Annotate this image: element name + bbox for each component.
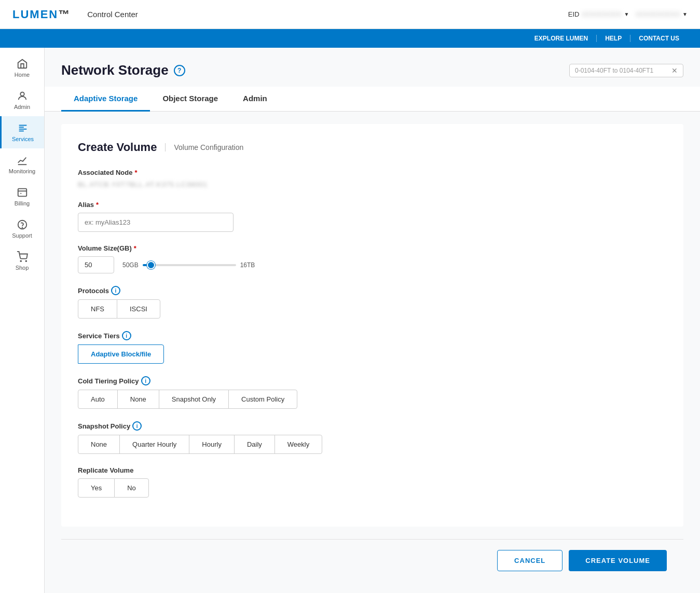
tab-admin[interactable]: Admin [230, 87, 280, 112]
alias-required-star: * [96, 201, 99, 209]
sidebar-item-support[interactable]: Support [0, 213, 44, 245]
eid-label: EID [568, 10, 580, 18]
snapshot-policy-label: Snapshot Policy i [78, 421, 667, 431]
volume-size-input[interactable] [78, 256, 114, 273]
service-tiers-field: Service Tiers i Adaptive Block/file [78, 331, 667, 364]
main-content: Network Storage ? ✕ Adaptive Storage Obj… [45, 48, 700, 593]
svg-point-9 [22, 227, 22, 228]
sidebar-label-home: Home [15, 72, 30, 78]
cold-tiering-custom-policy-button[interactable]: Custom Policy [228, 390, 297, 409]
sidebar-item-billing[interactable]: Billing [0, 181, 44, 213]
associated-node-field: Associated Node * BL.ATCB.Y0T7BLL.AT.K37… [78, 169, 667, 188]
cold-tiering-policy-label: Cold Tiering Policy i [78, 376, 667, 385]
cold-tiering-info-icon[interactable]: i [141, 376, 150, 385]
volume-size-required-star: * [134, 244, 136, 252]
alias-field: Alias * [78, 201, 667, 232]
snapshot-none-button[interactable]: None [78, 435, 120, 454]
snapshot-policy-options: None Quarter Hourly Hourly Daily Weekly [78, 435, 667, 454]
create-volume-button[interactable]: CREATE VOLUME [569, 550, 667, 571]
page-header: Network Storage ? ✕ [61, 62, 683, 78]
utility-bar: EXPLORE LUMEN HELP CONTACT US [0, 29, 700, 48]
slider-container: 50GB 16TB [122, 261, 255, 269]
service-tiers-info-icon[interactable]: i [122, 331, 131, 340]
protocols-options: NFS ISCSI [78, 299, 667, 319]
user-chevron-icon: ▼ [682, 11, 688, 17]
user-item[interactable]: XXXXXXXXXX ▼ [635, 10, 688, 18]
protocol-nfs-button[interactable]: NFS [78, 299, 117, 319]
volume-size-slider[interactable] [143, 264, 236, 266]
replicate-volume-label: Replicate Volume [78, 466, 667, 474]
sidebar-item-shop[interactable]: Shop [0, 245, 44, 277]
protocols-info-icon[interactable]: i [111, 286, 120, 295]
sidebar: Home Admin Services Mon [0, 48, 45, 593]
form-container: Create Volume Volume Configuration Assoc… [61, 124, 683, 527]
help-link[interactable]: HELP [597, 35, 630, 42]
search-box: ✕ [569, 64, 683, 77]
svg-rect-5 [18, 189, 26, 197]
tabs-container: Adaptive Storage Object Storage Admin [45, 87, 700, 112]
main-layout: Home Admin Services Mon [0, 48, 700, 593]
alias-input[interactable] [78, 213, 234, 232]
snapshot-quarter-hourly-button[interactable]: Quarter Hourly [119, 435, 189, 454]
snapshot-daily-button[interactable]: Daily [234, 435, 275, 454]
svg-point-11 [25, 260, 26, 261]
protocol-iscsi-button[interactable]: ISCSI [117, 299, 160, 319]
tab-adaptive-storage[interactable]: Adaptive Storage [61, 87, 150, 112]
explore-lumen-link[interactable]: EXPLORE LUMEN [526, 35, 597, 42]
replicate-yes-button[interactable]: Yes [78, 478, 115, 498]
eid-value: XXXXXXXXX [581, 10, 622, 18]
volume-size-field: Volume Size(GB) * 50GB 16TB [78, 244, 667, 273]
tab-object-storage[interactable]: Object Storage [150, 87, 230, 112]
user-value: XXXXXXXXXX [635, 10, 680, 18]
svg-point-0 [20, 92, 24, 96]
cold-tiering-snapshot-only-button[interactable]: Snapshot Only [159, 390, 229, 409]
sidebar-label-admin: Admin [14, 104, 30, 110]
snapshot-policy-field: Snapshot Policy i None Quarter Hourly Ho… [78, 421, 667, 454]
associated-node-value: BL.ATCB.Y0T7BLL.AT.K375.LC38001 [78, 181, 667, 188]
cold-tiering-auto-button[interactable]: Auto [78, 390, 118, 409]
protocols-label: Protocols i [78, 286, 667, 295]
logo[interactable]: LUMEN™ [12, 8, 71, 21]
sidebar-item-monitoring[interactable]: Monitoring [0, 148, 44, 181]
search-input[interactable] [575, 67, 667, 74]
close-icon[interactable]: ✕ [671, 66, 678, 75]
sidebar-label-services: Services [12, 136, 34, 142]
eid-chevron-icon: ▼ [624, 11, 629, 17]
footer-actions: CANCEL CREATE VOLUME [61, 539, 683, 582]
svg-point-10 [20, 260, 21, 261]
page-title: Network Storage [61, 62, 169, 78]
sidebar-item-home[interactable]: Home [0, 52, 44, 84]
replicate-volume-options: Yes No [78, 478, 667, 498]
help-icon[interactable]: ? [174, 65, 185, 76]
snapshot-policy-info-icon[interactable]: i [132, 421, 142, 431]
volume-size-label: Volume Size(GB) * [78, 244, 667, 252]
replicate-no-button[interactable]: No [114, 478, 149, 498]
service-tiers-label: Service Tiers i [78, 331, 667, 340]
service-tier-adaptive-button[interactable]: Adaptive Block/file [78, 344, 164, 364]
billing-icon [17, 187, 28, 198]
services-icon [17, 122, 29, 134]
section-title: Create Volume [78, 141, 157, 154]
sidebar-label-billing: Billing [15, 200, 30, 206]
sidebar-label-monitoring: Monitoring [9, 168, 35, 174]
cold-tiering-policy-field: Cold Tiering Policy i Auto None Snapshot… [78, 376, 667, 409]
home-icon [17, 58, 28, 70]
section-subtitle: Volume Configuration [165, 143, 243, 151]
required-star: * [134, 169, 137, 176]
contact-link[interactable]: CONTACT US [630, 35, 688, 42]
shop-icon [17, 251, 28, 263]
cold-tiering-none-button[interactable]: None [117, 390, 159, 409]
snapshot-weekly-button[interactable]: Weekly [274, 435, 322, 454]
sidebar-item-admin[interactable]: Admin [0, 84, 44, 116]
service-tiers-options: Adaptive Block/file [78, 344, 667, 364]
support-icon [17, 219, 28, 230]
sidebar-label-support: Support [12, 232, 32, 239]
monitoring-icon [17, 155, 28, 166]
cancel-button[interactable]: CANCEL [497, 550, 562, 571]
sidebar-item-services[interactable]: Services [0, 116, 44, 148]
snapshot-hourly-button[interactable]: Hourly [189, 435, 235, 454]
alias-label: Alias * [78, 201, 667, 209]
cold-tiering-options: Auto None Snapshot Only Custom Policy [78, 390, 667, 409]
app-title: Control Center [87, 10, 138, 19]
eid-item[interactable]: EID XXXXXXXXX ▼ [568, 10, 629, 18]
